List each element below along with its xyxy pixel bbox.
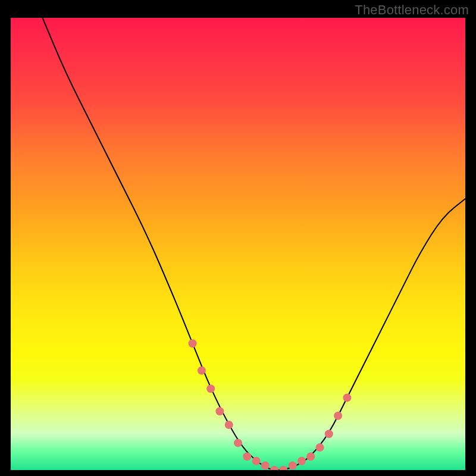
highlight-dot (206, 384, 215, 393)
highlight-dot (215, 407, 224, 415)
highlight-dot (198, 367, 206, 375)
highlight-dot (252, 457, 261, 465)
highlight-dot (243, 452, 251, 461)
highlight-dots-group (189, 339, 352, 470)
highlight-dot (289, 461, 297, 469)
highlight-dot (225, 421, 233, 429)
highlight-dot (334, 412, 342, 420)
highlight-dot (316, 443, 324, 452)
bottleneck-curve (43, 18, 466, 470)
plot-area (11, 18, 465, 470)
highlight-dot (189, 339, 197, 347)
highlight-dot (298, 457, 306, 465)
highlight-dot (343, 393, 351, 402)
highlight-dot (279, 466, 287, 470)
chart-frame: TheBottleneck.com (0, 0, 476, 476)
highlight-dot (325, 430, 333, 438)
highlight-dot (270, 466, 278, 470)
watermark-text: TheBottleneck.com (355, 2, 469, 18)
highlight-dot (261, 461, 270, 469)
highlight-dot (234, 439, 242, 447)
curve-svg (11, 18, 465, 470)
highlight-dot (306, 452, 315, 461)
